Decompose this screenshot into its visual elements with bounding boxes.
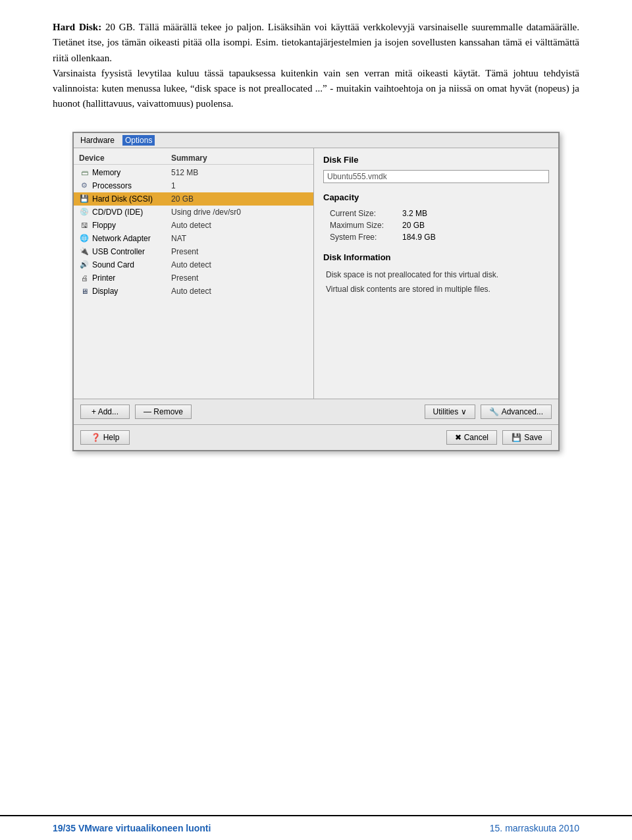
device-list-header: Device Summary (74, 152, 313, 165)
usb-icon: 🔌 (79, 246, 90, 257)
device-row-printer[interactable]: 🖨 Printer Present (74, 271, 313, 285)
paragraph-1: Hard Disk: 20 GB. Tällä määrällä tekee j… (53, 20, 579, 66)
device-summary-printer: Present (171, 273, 308, 283)
detail-panel: Disk File Capacity Current Size: 3.2 MB … (314, 148, 558, 399)
help-icon: ❓ (91, 433, 101, 442)
cancel-icon: ✖ (455, 433, 461, 442)
utilities-button[interactable]: Utilities ∨ (425, 405, 475, 419)
device-row-network[interactable]: 🌐 Network Adapter NAT (74, 232, 313, 245)
device-row-cdvd[interactable]: 💿 CD/DVD (IDE) Using drive /dev/sr0 (74, 206, 313, 219)
system-free-value: 184.9 GB (402, 233, 436, 242)
device-summary-processors: 1 (171, 181, 308, 190)
remove-button[interactable]: — Remove (135, 405, 192, 419)
disk-file-input[interactable] (323, 170, 549, 183)
bold-harddisk: Hard Disk: (53, 22, 101, 32)
disk-file-title: Disk File (323, 155, 549, 165)
device-name-network: Network Adapter (92, 234, 171, 243)
capacity-section: Capacity Current Size: 3.2 MB Maximum Si… (323, 192, 549, 243)
device-name-cdvd: CD/DVD (IDE) (92, 208, 171, 217)
device-row-floppy[interactable]: 🖫 Floppy Auto detect (74, 219, 313, 232)
display-icon: 🖥 (79, 286, 90, 296)
device-summary-harddisk: 20 GB (171, 194, 308, 204)
capacity-current-row: Current Size: 3.2 MB (323, 208, 549, 219)
capacity-system-row: System Free: 184.9 GB (323, 231, 549, 243)
device-name-floppy: Floppy (92, 221, 171, 230)
sound-icon: 🔊 (79, 260, 90, 270)
capacity-title: Capacity (323, 192, 549, 202)
vm-settings-dialog: Hardware Options Device Summary 🗃 Memory… (72, 132, 560, 451)
paragraph-2: Varsinaista fyysistä levytilaa kuluu täs… (53, 66, 579, 112)
dialog-bottom-bar: + Add... — Remove Utilities ∨ 🔧 Advanced… (74, 399, 558, 424)
menu-options[interactable]: Options (122, 135, 155, 146)
dialog-menubar: Hardware Options (74, 133, 558, 148)
maximum-size-label: Maximum Size: (330, 221, 402, 230)
cpu-icon: ⚙ (79, 181, 90, 191)
save-icon: 💾 (512, 433, 521, 442)
device-panel: Device Summary 🗃 Memory 512 MB ⚙ Process… (74, 148, 314, 399)
cdrom-icon: 💿 (79, 207, 90, 217)
disk-info-section: Disk Information Disk space is not preal… (323, 252, 549, 296)
floppy-icon: 🖫 (79, 220, 90, 231)
device-name-usb: USB Controller (92, 247, 171, 256)
capacity-maximum-row: Maximum Size: 20 GB (323, 219, 549, 231)
help-button[interactable]: ❓ Help (80, 430, 130, 445)
device-name-memory: Memory (92, 168, 171, 177)
current-size-label: Current Size: (330, 209, 402, 218)
memory-icon: 🗃 (79, 167, 90, 178)
footer-date: 15. marraskuuta 2010 (490, 823, 579, 833)
add-button[interactable]: + Add... (80, 405, 130, 419)
cancel-button[interactable]: ✖ Cancel (446, 430, 497, 445)
device-row-sound[interactable]: 🔊 Sound Card Auto detect (74, 258, 313, 271)
disk-info-line-1: Disk space is not preallocated for this … (323, 267, 549, 282)
device-summary-network: NAT (171, 234, 308, 243)
col-header-summary: Summary (171, 154, 308, 163)
current-size-value: 3.2 MB (402, 209, 427, 218)
disk-info-line-2: Virtual disk contents are stored in mult… (323, 282, 549, 296)
advanced-icon: 🔧 (489, 407, 499, 416)
device-row-usb[interactable]: 🔌 USB Controller Present (74, 245, 313, 258)
device-summary-usb: Present (171, 247, 308, 256)
device-row-processors[interactable]: ⚙ Processors 1 (74, 179, 313, 192)
device-row-harddisk[interactable]: 💾 Hard Disk (SCSI) 20 GB (74, 192, 313, 206)
device-name-harddisk: Hard Disk (SCSI) (92, 194, 171, 204)
printer-icon: 🖨 (79, 273, 90, 283)
device-summary-memory: 512 MB (171, 168, 308, 177)
menu-hardware[interactable]: Hardware (78, 135, 117, 146)
device-summary-floppy: Auto detect (171, 221, 308, 230)
system-free-label: System Free: (330, 233, 402, 242)
device-summary-display: Auto detect (171, 287, 308, 296)
col-header-device: Device (79, 154, 171, 163)
page-footer: 19/35 VMware virtuaalikoneen luonti 15. … (0, 815, 632, 840)
device-row-memory[interactable]: 🗃 Memory 512 MB (74, 166, 313, 179)
save-button[interactable]: 💾 Save (502, 430, 552, 445)
disk-info-title: Disk Information (323, 252, 549, 262)
advanced-button[interactable]: 🔧 Advanced... (481, 405, 552, 419)
maximum-size-value: 20 GB (402, 221, 425, 230)
device-summary-cdvd: Using drive /dev/sr0 (171, 208, 308, 217)
device-name-display: Display (92, 287, 171, 296)
device-name-processors: Processors (92, 181, 171, 190)
network-icon: 🌐 (79, 233, 90, 244)
device-row-display[interactable]: 🖥 Display Auto detect (74, 285, 313, 298)
device-summary-sound: Auto detect (171, 260, 308, 269)
outer-buttons-bar: ❓ Help ✖ Cancel 💾 Save (74, 424, 558, 450)
footer-page-info: 19/35 VMware virtuaalikoneen luonti (53, 823, 211, 833)
device-name-sound: Sound Card (92, 260, 171, 269)
harddisk-icon: 💾 (79, 194, 90, 204)
device-name-printer: Printer (92, 273, 171, 283)
